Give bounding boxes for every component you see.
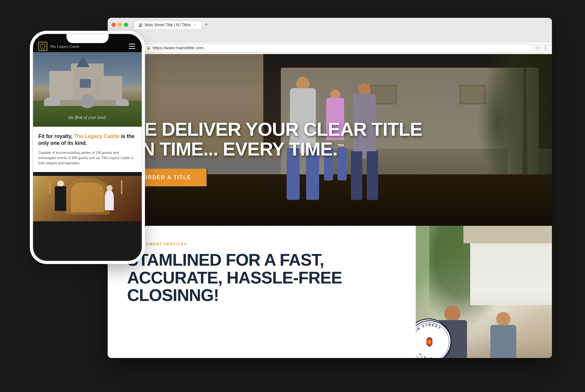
browser-titlebar: 🏛️ Main Street Title | NJ Titles × +: [112, 20, 548, 29]
phone-logo: L The Legacy Castle: [38, 42, 79, 51]
logo-badge-circle: MAIN STREET TITLE 🏮: [416, 318, 451, 358]
phone-hero-image: the first of your kind.: [33, 52, 142, 127]
tab-favicon-icon: 🏛️: [138, 23, 143, 27]
hero-text-block: WE DELIVER YOUR CLEAR TITLE ON TIME... E…: [127, 120, 487, 187]
services-line1: STAMLINED FOR A FAST,: [127, 251, 396, 269]
services-line3: CLOSINNG!: [127, 286, 396, 304]
main-scene: 🏛️ Main Street Title | NJ Titles × + ← →…: [33, 18, 552, 374]
phone-hamburger-menu[interactable]: [127, 42, 137, 51]
hamburger-line-3: [129, 48, 135, 49]
phone-notch: [66, 34, 109, 43]
hero-section: WE DELIVER YOUR CLEAR TITLE ON TIME... E…: [108, 54, 552, 226]
browser-window: 🏛️ Main Street Title | NJ Titles × + ← →…: [108, 18, 552, 358]
minimize-dot[interactable]: [118, 23, 122, 27]
hero-headline-line1: WE DELIVER YOUR CLEAR TITLE: [127, 120, 487, 139]
browser-toolbar: ← → ↻ 🔒 https://www.mainsttitle.com ☆ ⋮: [108, 42, 552, 54]
crest-icon: L: [40, 43, 46, 50]
svg-text:MAIN STREET: MAIN STREET: [416, 323, 442, 338]
hamburger-line-2: [129, 46, 135, 47]
lock-icon: 🔒: [146, 46, 151, 50]
phone-mockup: L The Legacy Castle: [33, 34, 142, 261]
tab-close-icon[interactable]: ×: [193, 23, 197, 27]
services-tag: & SETTLEMENT SERVICES: [127, 242, 396, 246]
phone-content-body: Capable of accommodating parties of 100 …: [38, 150, 137, 166]
phone-heading-orange: The Legacy Castle: [74, 133, 120, 139]
right-photo-area: MAIN STREET TITLE 🏮: [416, 226, 552, 358]
services-headline: STAMLINED FOR A FAST, ACCURATE, HASSLE-F…: [127, 251, 396, 304]
new-tab-button[interactable]: +: [202, 20, 211, 29]
logo-badge: MAIN STREET TITLE 🏮: [416, 318, 451, 358]
phone-logo-icon: L: [38, 42, 47, 51]
svg-text:TITLE: TITLE: [418, 352, 434, 358]
svg-text:🏮: 🏮: [424, 337, 436, 347]
browser-chrome: 🏛️ Main Street Title | NJ Titles × +: [108, 18, 552, 42]
services-line2: ACCURATE, HASSLE-FREE: [127, 269, 396, 287]
services-text-area: & SETTLEMENT SERVICES STAMLINED FOR A FA…: [108, 226, 416, 358]
active-tab[interactable]: 🏛️ Main Street Title | NJ Titles ×: [134, 21, 202, 29]
tab-label: Main Street Title | NJ Titles: [145, 23, 191, 27]
hero-headline: WE DELIVER YOUR CLEAR TITLE ON TIME... E…: [127, 120, 487, 159]
tab-bar: 🏛️ Main Street Title | NJ Titles × +: [134, 20, 211, 29]
badge-text-svg: MAIN STREET TITLE 🏮: [416, 319, 452, 358]
website-content: WE DELIVER YOUR CLEAR TITLE ON TIME... E…: [108, 54, 552, 358]
phone-content-heading: Fit for royalty, The Legacy Castle is th…: [38, 133, 137, 147]
svg-text:L: L: [42, 45, 44, 48]
browser-menu-icon[interactable]: ⋮: [543, 45, 548, 51]
phone-frame: L The Legacy Castle: [33, 34, 142, 261]
phone-bottom-image: [33, 176, 142, 221]
hamburger-line-1: [129, 44, 135, 44]
maximize-dot[interactable]: [124, 23, 128, 27]
phone-hero-subtext: the first of your kind.: [38, 115, 137, 120]
phone-screen: L The Legacy Castle: [33, 34, 142, 261]
phone-content-area: Fit for royalty, The Legacy Castle is th…: [33, 127, 142, 172]
url-text: https://www.mainsttitle.com: [153, 45, 204, 50]
close-dot[interactable]: [112, 23, 116, 27]
address-bar[interactable]: 🔒 https://www.mainsttitle.com: [143, 44, 533, 52]
hero-headline-line2: ON TIME... EVERY TIME.™: [127, 139, 487, 159]
below-fold-section: & SETTLEMENT SERVICES STAMLINED FOR A FA…: [108, 226, 552, 358]
phone-logo-text: The Legacy Castle: [50, 44, 79, 48]
bookmark-icon[interactable]: ☆: [536, 45, 540, 51]
trademark-symbol: ™: [337, 143, 344, 151]
